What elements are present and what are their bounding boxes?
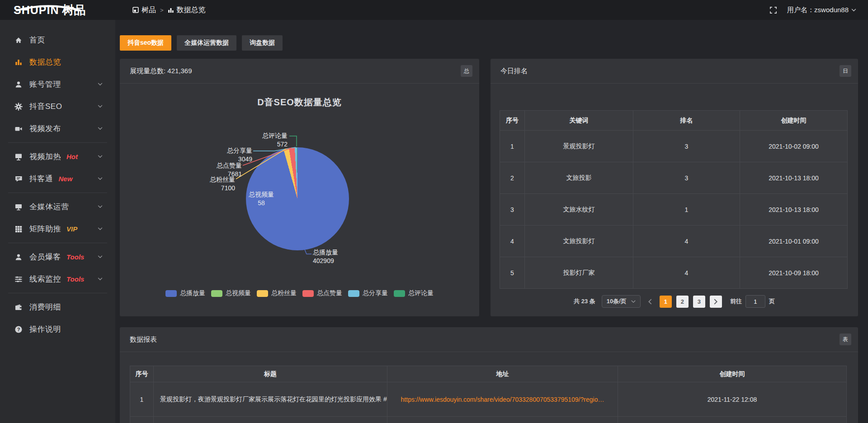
- tab-douyin-seo-data[interactable]: 抖音seo数据: [120, 35, 171, 51]
- sidebar-item-video-publish[interactable]: 视频发布: [0, 118, 115, 140]
- legend-item-videos[interactable]: 总视频量: [211, 289, 251, 297]
- legend-item-comments[interactable]: 总评论量: [394, 289, 434, 297]
- chevron-left-icon: [648, 299, 652, 305]
- cell-keyword: 投影灯厂家: [525, 257, 633, 289]
- chevron-down-icon: [98, 227, 103, 230]
- pie-label-shares: 总分享量 3049: [207, 147, 252, 163]
- pie-label-videos: 总视频量 58: [239, 191, 284, 207]
- breadcrumb-current[interactable]: 数据总览: [168, 5, 206, 15]
- cell-created: 2021-11-22 12:08: [618, 382, 847, 417]
- sidebar-item-label: 首页: [29, 35, 45, 45]
- chevron-down-icon: [98, 177, 103, 180]
- sidebar-item-lead-monitor[interactable]: 线索监控 Tools: [0, 268, 115, 290]
- pie-label-name: 总粉丝量: [210, 176, 235, 183]
- bar-chart-icon: [14, 58, 23, 66]
- goto-page-input[interactable]: [745, 295, 765, 308]
- sidebar-item-account[interactable]: 账号管理: [0, 73, 115, 95]
- breadcrumb-root[interactable]: 树品: [132, 5, 156, 15]
- pagination: 共 23 条 10条/页 1 2 3 前往 页: [491, 295, 858, 308]
- goto-label: 前往: [730, 297, 742, 306]
- pie-label-name: 总点赞量: [217, 162, 242, 169]
- next-page-button[interactable]: [710, 296, 722, 308]
- legend-label: 总分享量: [363, 289, 388, 297]
- ranking-panel-title: 今日排名: [500, 67, 528, 75]
- table-row: 3 文旅水纹灯 1 2021-10-13 18:00: [500, 194, 848, 226]
- legend-label: 总视频量: [226, 289, 251, 297]
- cell-created: 2021-10-02 09:00: [740, 131, 848, 162]
- pie-label-value: 402909: [313, 258, 363, 264]
- sidebar-item-douyin-seo[interactable]: 抖音SEO: [0, 95, 115, 118]
- page-size-select[interactable]: 10条/页: [602, 295, 641, 308]
- legend-item-likes[interactable]: 总点赞量: [302, 289, 342, 297]
- wallet-icon: [14, 303, 23, 311]
- sidebar-item-label: 抖音SEO: [29, 101, 62, 112]
- display-icon: [14, 153, 23, 161]
- chart-title: D音SEO数据量总览: [120, 96, 479, 108]
- fullscreen-icon[interactable]: [769, 6, 777, 14]
- chart-legend: 总播放量 总视频量 总粉丝量 总点赞量 总分享量 总评论量: [120, 289, 479, 297]
- chevron-down-icon: [98, 205, 103, 208]
- sidebar-item-label: 数据总览: [29, 57, 61, 67]
- sidebar-divider: [8, 193, 107, 193]
- sidebar-item-member-burst[interactable]: 会员爆客 Tools: [0, 246, 115, 268]
- user-icon: [14, 80, 23, 89]
- today-ranking-panel: 今日排名 日 序号 关键词 排名 创建时间 1 景观投影灯 3 2021-10-…: [491, 59, 858, 316]
- username-dropdown[interactable]: 用户名：zswodun88: [787, 6, 856, 14]
- legend-label: 总点赞量: [317, 289, 342, 297]
- tab-omnimedia-data[interactable]: 全媒体运营数据: [177, 35, 236, 51]
- logo-arc: [14, 5, 82, 11]
- legend-item-plays[interactable]: 总播放量: [165, 289, 205, 297]
- sidebar-item-matrix-boost[interactable]: 矩阵助推 VIP: [0, 218, 115, 240]
- sidebar-item-label: 线索监控: [29, 274, 61, 284]
- sidebar-item-label: 操作说明: [29, 324, 61, 334]
- cell-keyword: 文旅水纹灯: [525, 194, 633, 226]
- col-title: 标题: [154, 366, 387, 382]
- tools-badge: Tools: [66, 275, 84, 283]
- goto-suffix: 页: [769, 297, 775, 306]
- main-content: 抖音seo数据 全媒体运营数据 询盘数据 展现量总数: 421,369 总 D音…: [115, 20, 868, 423]
- pie-label-name: 总分享量: [227, 147, 252, 154]
- prev-page-button[interactable]: [645, 299, 655, 305]
- gear-icon: [14, 103, 23, 111]
- topbar-right: 用户名：zswodun88: [769, 6, 868, 14]
- cell-keyword: 文旅投影: [525, 162, 633, 194]
- table-badge-button[interactable]: 表: [840, 334, 851, 345]
- legend-item-shares[interactable]: 总分享量: [348, 289, 388, 297]
- username-label: 用户名：zswodun88: [787, 6, 849, 14]
- report-table: 序号 标题 地址 创建时间 1 景观投影灯，夜游景观投影灯厂家展示展示落花灯在花…: [130, 366, 847, 423]
- page-button-2[interactable]: 2: [676, 296, 689, 308]
- col-created: 创建时间: [740, 111, 848, 131]
- video-link[interactable]: https://www.iesdouyin.com/share/video/70…: [401, 396, 604, 403]
- sidebar-item-home[interactable]: 首页: [0, 29, 115, 51]
- col-index: 序号: [130, 366, 154, 382]
- total-badge-button[interactable]: 总: [461, 65, 472, 77]
- sidebar-item-label: 视频加热: [29, 151, 61, 162]
- svg-text:?: ?: [17, 326, 20, 332]
- impressions-total: 展现量总数: 421,369: [130, 67, 192, 75]
- sidebar-item-label: 全媒体运营: [29, 202, 69, 212]
- page-button-1[interactable]: 1: [660, 296, 672, 308]
- legend-swatch: [302, 290, 314, 297]
- day-badge-button[interactable]: 日: [840, 65, 851, 77]
- sidebar-item-help[interactable]: ? 操作说明: [0, 318, 115, 340]
- legend-swatch: [348, 290, 359, 297]
- sidebar-item-video-heat[interactable]: 视频加热 Hot: [0, 146, 115, 168]
- sidebar-item-data-overview[interactable]: 数据总览: [0, 51, 115, 73]
- tab-inquiry-data[interactable]: 询盘数据: [242, 35, 283, 51]
- legend-swatch: [257, 290, 268, 297]
- table-row: 5 投影灯厂家 4 2021-10-09 18:00: [500, 257, 848, 289]
- page-button-3[interactable]: 3: [693, 296, 705, 308]
- cell-index: 2: [500, 162, 525, 194]
- cell-rank: 4: [633, 257, 740, 289]
- cell-rank: 1: [633, 194, 740, 226]
- cell-keyword: 景观投影灯: [525, 131, 633, 162]
- video-camera-icon: [14, 125, 23, 133]
- sidebar-item-omnimedia[interactable]: 全媒体运营: [0, 196, 115, 218]
- sidebar-item-douketong[interactable]: 抖客通 New: [0, 168, 115, 190]
- legend-label: 总播放量: [180, 289, 205, 297]
- legend-label: 总粉丝量: [271, 289, 297, 297]
- tools-badge: Tools: [66, 253, 84, 261]
- col-created: 创建时间: [618, 366, 847, 382]
- legend-item-fans[interactable]: 总粉丝量: [257, 289, 297, 297]
- sidebar-item-expense-detail[interactable]: 消费明细: [0, 296, 115, 318]
